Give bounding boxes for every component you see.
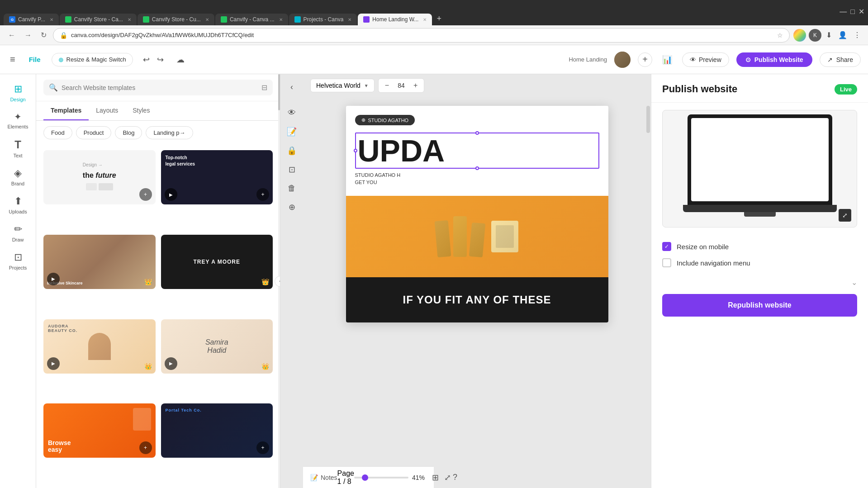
publish-website-button[interactable]: ⊙ Publish Website — [736, 52, 812, 67]
notes-tool-button[interactable]: 📝 — [284, 124, 299, 139]
add-collaborator-button[interactable]: + — [638, 52, 652, 67]
minimize-button[interactable]: — — [840, 7, 847, 16]
selection-handle-top — [475, 131, 479, 135]
template-legal[interactable]: Top-notchlegal services ▶ + — [161, 150, 273, 204]
search-input[interactable] — [62, 84, 258, 91]
selected-text-element[interactable]: UPDA — [355, 133, 599, 169]
notes-button[interactable]: 📝 Notes — [310, 474, 337, 481]
magic-switch-button[interactable]: ⊕ Resize & Magic Switch — [52, 53, 133, 66]
increase-size-button[interactable]: + — [411, 81, 420, 90]
add-template-legal[interactable]: + — [256, 188, 269, 201]
collapse-panel-button[interactable]: ‹ — [288, 80, 296, 95]
zoom-slider[interactable] — [354, 477, 408, 479]
eye-tool-button[interactable]: 👁 — [285, 105, 299, 120]
template-browse-easy[interactable]: Browse easy + — [43, 403, 156, 458]
hamburger-menu-button[interactable]: ≡ — [7, 52, 18, 67]
play-legal-video[interactable]: ▶ — [165, 188, 177, 201]
chip-product[interactable]: Product — [76, 126, 112, 139]
tab-5-close[interactable]: ✕ — [348, 17, 351, 22]
file-button[interactable]: File — [25, 54, 44, 65]
sidebar-item-brand[interactable]: ◈ Brand — [3, 164, 33, 190]
chip-food[interactable]: Food — [43, 126, 72, 139]
expand-preview-button[interactable]: ⤢ — [839, 209, 851, 222]
studio-badge-text: STUDIO AGATHO — [368, 118, 409, 123]
undo-button[interactable]: ↩ — [140, 52, 152, 67]
icon-sidebar: ⊞ Design ✦ Elements T Text ◈ Brand ⬆ Upl… — [0, 74, 36, 488]
sidebar-item-design[interactable]: ⊞ Design — [3, 80, 33, 106]
decrease-size-button[interactable]: − — [382, 81, 392, 90]
template-samira-hadid[interactable]: Samira Hadid ▶ 👑 — [161, 319, 273, 374]
sidebar-item-text[interactable]: T Text — [3, 135, 33, 162]
lock-tool-button[interactable]: 🔒 — [284, 143, 299, 158]
browser-tab-3[interactable]: Canvify Store - Cu... ✕ — [138, 14, 214, 25]
play-audora-video[interactable]: ▶ — [47, 357, 60, 370]
laptop-stand — [744, 212, 776, 217]
browser-extension-icon[interactable] — [793, 29, 806, 42]
tab-4-close[interactable]: ✕ — [279, 17, 283, 22]
canvas-scrollbar[interactable] — [645, 97, 651, 466]
add-template-design-future[interactable]: + — [139, 188, 152, 201]
back-button[interactable]: ← — [5, 29, 18, 41]
user-avatar[interactable] — [614, 52, 631, 68]
tab-styles[interactable]: Styles — [125, 101, 157, 120]
redo-button[interactable]: ↪ — [154, 52, 166, 67]
share-button[interactable]: ↗ Share — [820, 52, 861, 67]
template-portal-tech[interactable]: Portal Tech Co. + — [161, 403, 273, 458]
browser-profile-icon[interactable]: K — [809, 29, 821, 42]
template-inclusive-skincare[interactable]: Inclusive Skincare ▶ 👑 — [43, 235, 156, 289]
forward-button[interactable]: → — [22, 29, 34, 41]
browser-tab-4[interactable]: Canvify - Canva ... ✕ — [215, 14, 288, 25]
analytics-button[interactable]: 📊 — [659, 52, 675, 67]
profile-button[interactable]: 👤 — [836, 29, 849, 41]
resize-mobile-checkbox[interactable] — [662, 242, 671, 251]
menu-button[interactable]: ⋮ — [852, 29, 863, 41]
help-button[interactable]: ? — [453, 473, 457, 482]
star-icon[interactable]: ☆ — [777, 32, 783, 39]
cloud-save-button[interactable]: ☁ — [174, 52, 187, 67]
play-inclusive-video[interactable]: ▶ — [47, 273, 60, 285]
add-template-portal[interactable]: + — [256, 441, 269, 454]
browser-tab-2[interactable]: Canvify Store - Ca... ✕ — [60, 14, 137, 25]
template-audora-beauty[interactable]: AUDORA BEAUTY CO. ▶ 👑 — [43, 319, 156, 374]
tab-1-close[interactable]: ✕ — [50, 17, 53, 22]
nav-menu-label: Include navigation menu — [677, 259, 750, 267]
sidebar-item-elements[interactable]: ✦ Elements — [3, 108, 33, 133]
republish-website-button[interactable]: Republish website — [662, 294, 857, 317]
play-samira-video[interactable]: ▶ — [165, 357, 177, 370]
font-selector[interactable]: Helvetica World ▼ — [310, 79, 375, 92]
sidebar-item-uploads[interactable]: ⬆ Uploads — [3, 192, 33, 218]
close-window-button[interactable]: ✕ — [859, 7, 864, 16]
preview-button[interactable]: 👁 Preview — [682, 52, 729, 67]
browser-tab-5[interactable]: Projects - Canva ✕ — [289, 14, 357, 25]
tab-layouts[interactable]: Layouts — [89, 101, 125, 120]
fullscreen-button[interactable]: ⤢ — [442, 471, 453, 484]
tab-3-close[interactable]: ✕ — [205, 17, 209, 22]
tab-2-close[interactable]: ✕ — [128, 17, 131, 22]
grid-view-button[interactable]: ⊞ — [430, 471, 441, 484]
copy-tool-button[interactable]: ⊡ — [286, 162, 298, 177]
tab-1-label: Canvify P... — [18, 16, 45, 23]
chip-landing[interactable]: Landing p→ — [146, 126, 193, 139]
sidebar-item-draw[interactable]: ✏ Draw — [3, 220, 33, 246]
delete-tool-button[interactable]: 🗑 — [285, 181, 299, 196]
download-icon[interactable]: ⬇ — [824, 29, 834, 41]
maximize-button[interactable]: □ — [850, 7, 855, 16]
new-tab-button[interactable]: + — [433, 12, 445, 25]
browser-tab-1[interactable]: G Canvify P... ✕ — [4, 14, 59, 25]
draw-label: Draw — [12, 237, 24, 242]
sidebar-item-projects[interactable]: ⊡ Projects — [3, 248, 33, 274]
add-template-browse[interactable]: + — [139, 441, 152, 454]
template-trey-moore[interactable]: TREY A MOORE 👑 — [161, 235, 273, 289]
chip-blog[interactable]: Blog — [115, 126, 142, 139]
nav-menu-checkbox[interactable] — [662, 258, 671, 267]
template-design-future[interactable]: Design → the future + — [43, 150, 156, 204]
tab-templates[interactable]: Templates — [43, 101, 89, 120]
add-element-button[interactable]: ⊕ — [286, 199, 298, 215]
badge-icon: ⊕ — [361, 117, 365, 123]
browser-tab-6[interactable]: Home Landing W... ✕ — [358, 14, 432, 25]
refresh-button[interactable]: ↻ — [38, 29, 49, 41]
filter-icon[interactable]: ⊟ — [261, 83, 267, 92]
address-field[interactable]: 🔒 canva.com/design/DAF2gQvZkhw/AVa1fWW6k… — [53, 28, 790, 43]
tab-3-label: Canvify Store - Cu... — [152, 16, 201, 23]
tab-6-close[interactable]: ✕ — [423, 17, 427, 22]
